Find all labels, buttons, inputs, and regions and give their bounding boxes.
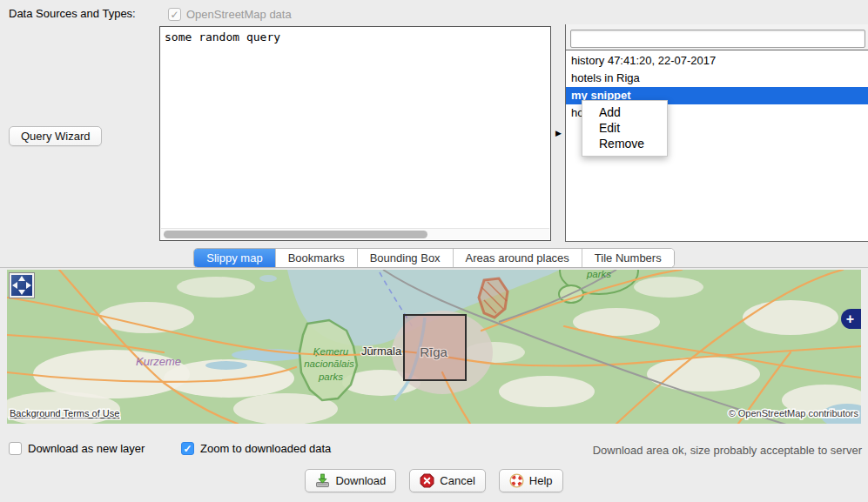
list-item[interactable]: hotels in Riga	[566, 70, 868, 87]
context-menu-add[interactable]: Add	[582, 104, 667, 120]
map-label-jurmala: Jūrmala	[361, 345, 402, 358]
download-button[interactable]: Download	[305, 469, 396, 492]
query-wizard-button[interactable]: Query Wizard	[9, 126, 102, 146]
osm-data-checkbox-group: ✓ OpenStreetMap data	[168, 8, 292, 21]
download-area-status: Download area ok, size probably acceptab…	[593, 444, 862, 457]
dialog-actions: Download Cancel Help	[0, 469, 868, 492]
slippy-map[interactable]: Kurzeme Ķemeru nacionālais parks Jūrmala…	[7, 270, 861, 424]
help-button[interactable]: Help	[499, 469, 563, 492]
splitter-expand-icon[interactable]: ▶	[555, 129, 562, 137]
map-pan-control[interactable]	[9, 272, 35, 298]
map-label-kemeri-1: Ķemeru	[313, 346, 349, 357]
download-area-tabs: Slippy map Bookmarks Bounding Box Areas …	[0, 248, 868, 268]
tab-tile-numbers[interactable]: Tile Numbers	[582, 249, 674, 267]
zoom-to-data-group[interactable]: ✓ Zoom to downloaded data	[181, 442, 331, 455]
download-new-layer-group[interactable]: Download as new layer	[9, 442, 145, 455]
download-new-layer-checkbox[interactable]	[9, 442, 22, 455]
help-lifebuoy-icon	[509, 473, 524, 488]
zoom-to-data-label: Zoom to downloaded data	[200, 442, 331, 455]
tab-slippy-map[interactable]: Slippy map	[194, 249, 274, 267]
query-hscrollbar[interactable]	[161, 228, 549, 239]
map-label-kemeri-2: nacionālais	[304, 358, 354, 369]
pan-arrows-icon	[11, 275, 32, 296]
map-label-kemeri-3: parks	[318, 371, 343, 382]
map-terms-link[interactable]: Background Terms of Use	[10, 408, 119, 418]
map-restricted-area	[479, 278, 508, 318]
data-sources-label: Data Sources and Types:	[9, 7, 136, 20]
context-menu-edit[interactable]: Edit	[582, 120, 667, 136]
context-menu-remove[interactable]: Remove	[582, 136, 667, 151]
query-text: some random query	[165, 30, 280, 44]
tab-areas-around-places[interactable]: Areas around places	[453, 249, 582, 267]
cancel-button[interactable]: Cancel	[409, 469, 485, 492]
osm-data-checkbox: ✓	[168, 8, 181, 21]
cancel-icon	[420, 473, 434, 488]
tab-bookmarks[interactable]: Bookmarks	[275, 249, 357, 267]
download-new-layer-label: Download as new layer	[28, 442, 145, 455]
map-label-kurzeme: Kurzeme	[136, 355, 181, 368]
query-hscrollbar-thumb[interactable]	[164, 231, 427, 238]
download-icon	[315, 473, 330, 488]
map-canvas[interactable]: Kurzeme Ķemeru nacionālais parks Jūrmala…	[7, 270, 861, 424]
query-editor[interactable]: some random query	[159, 26, 551, 241]
plus-icon: +	[846, 311, 854, 327]
list-item[interactable]: history 47:41:20, 22-07-2017	[566, 52, 868, 70]
map-label-parks-ne: parks	[586, 270, 611, 279]
zoom-to-data-checkbox[interactable]: ✓	[181, 442, 194, 455]
osm-data-checkbox-label: OpenStreetMap data	[186, 8, 292, 21]
map-attribution: © OpenStreetMap contributors	[729, 408, 859, 418]
map-label-riga: Rīga	[420, 345, 447, 359]
map-zoom-in-button[interactable]: +	[841, 309, 861, 329]
tab-bounding-box[interactable]: Bounding Box	[357, 249, 453, 267]
context-menu: Add Edit Remove	[582, 100, 668, 157]
snippet-search-input[interactable]	[570, 30, 865, 48]
